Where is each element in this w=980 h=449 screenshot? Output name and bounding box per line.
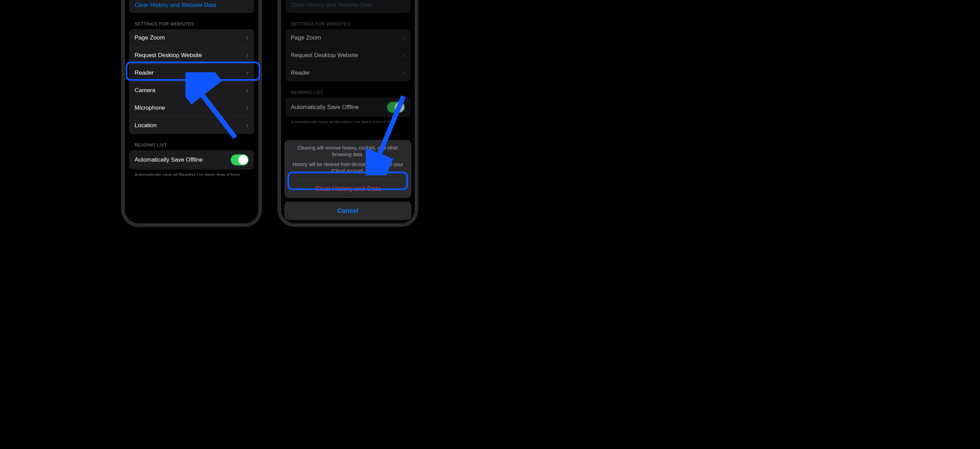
websites-item-label: Request Desktop Website [135, 51, 202, 59]
websites-item[interactable]: Request Desktop Website› [285, 47, 410, 64]
clear-history-group: Clear History and Website Data [285, 0, 410, 13]
chevron-right-icon: › [246, 121, 248, 130]
action-sheet: Clearing will remove history, cookies, a… [284, 140, 411, 220]
chevron-right-icon: › [402, 69, 405, 77]
websites-item-label: Request Desktop Website [291, 51, 358, 59]
websites-item-label: Location [135, 122, 157, 129]
clear-history-group: Clear History and Website Data [129, 0, 254, 13]
websites-section-header: SETTINGS FOR WEBSITES [129, 13, 254, 29]
chevron-right-icon: › [402, 51, 405, 60]
phone-frame-left: Privacy Preserving Ad Measurement Check … [121, 0, 262, 227]
vol-up [277, 0, 278, 23]
chevron-right-icon: › [402, 34, 405, 42]
vol-down [121, 30, 122, 54]
websites-group: Page Zoom›Request Desktop Website›Reader… [285, 29, 410, 81]
chevron-right-icon: › [246, 86, 248, 95]
save-offline-label: Automatically Save Offline [135, 156, 203, 163]
save-offline-footnote: Automatically save all Reading List item… [285, 117, 410, 123]
websites-group: Page Zoom›Request Desktop Website›Reader… [129, 29, 254, 134]
save-offline-footnote: Automatically save all Reading List item… [129, 169, 254, 176]
cancel-button[interactable]: Cancel [284, 201, 411, 220]
toggle-on-icon[interactable] [387, 102, 405, 113]
websites-item[interactable]: Page Zoom› [285, 29, 410, 47]
websites-item[interactable]: Location› [129, 117, 254, 134]
chevron-right-icon: › [246, 34, 248, 42]
chevron-right-icon: › [246, 51, 248, 60]
websites-item-label: Reader [135, 69, 154, 76]
websites-item-label: Page Zoom [135, 34, 165, 41]
websites-item-label: Reader [291, 69, 310, 76]
reading-list-group: Automatically Save Offline [285, 97, 410, 117]
clear-history-button[interactable]: Clear History and Website Data [129, 0, 254, 13]
websites-item-label: Microphone [135, 104, 165, 111]
websites-item[interactable]: Request Desktop Website› [129, 47, 254, 64]
websites-item-label: Camera [135, 86, 155, 94]
side-button [418, 0, 418, 13]
websites-item[interactable]: Microphone› [129, 99, 254, 117]
vol-up [121, 0, 122, 23]
toggle-on-icon[interactable] [231, 154, 248, 165]
reading-list-section-header: READING LIST [129, 134, 254, 150]
side-button [261, 0, 262, 13]
clear-history-label: Clear History and Website Data [291, 2, 372, 9]
websites-section-header: SETTINGS FOR WEBSITES [285, 13, 410, 29]
save-offline-toggle-row[interactable]: Automatically Save Offline [285, 97, 410, 117]
websites-item-label: Page Zoom [291, 34, 321, 41]
chevron-right-icon: › [246, 69, 248, 77]
clear-history-label: Clear History and Website Data [135, 2, 216, 9]
vol-down [277, 30, 278, 54]
clear-history-and-data-button[interactable]: Clear History and Data [284, 179, 411, 198]
reading-list-group: Automatically Save Offline [129, 150, 254, 169]
save-offline-label: Automatically Save Offline [291, 104, 359, 111]
websites-item[interactable]: Page Zoom› [129, 29, 254, 47]
websites-item[interactable]: Camera› [129, 82, 254, 99]
clear-history-button[interactable]: Clear History and Website Data [285, 0, 410, 13]
chevron-right-icon: › [246, 104, 248, 112]
save-offline-toggle-row[interactable]: Automatically Save Offline [129, 150, 254, 169]
action-sheet-message: Clearing will remove history, cookies, a… [284, 140, 411, 179]
websites-item[interactable]: Reader› [129, 64, 254, 82]
websites-item[interactable]: Reader› [285, 64, 410, 81]
phone-frame-right: Privacy Preserving Ad Measurement Check … [277, 0, 418, 227]
reading-list-section-header: READING LIST [285, 81, 410, 97]
